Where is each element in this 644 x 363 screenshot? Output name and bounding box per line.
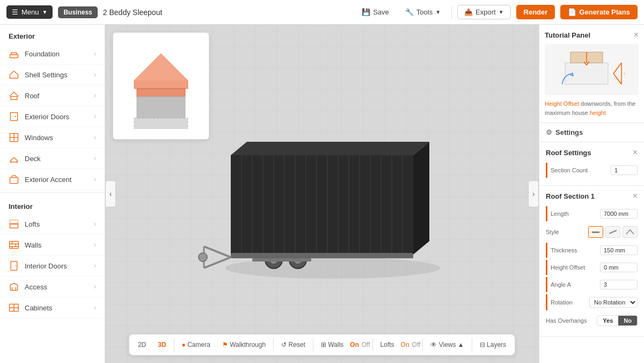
svg-line-35 [204,246,231,257]
render-button[interactable]: Render [516,5,555,19]
roof-section-1-panel: Roof Section 1 × Length Style [539,186,644,337]
svg-marker-30 [137,89,185,97]
sidebar-item-label-foundation: Foundation [25,50,60,58]
views-button[interactable]: 👁 Views ▲ [425,338,469,351]
section-count-input[interactable] [611,165,638,175]
angle-a-input[interactable] [600,280,638,289]
style-label: Style [546,229,559,235]
svg-rect-31 [137,97,185,121]
sidebar-item-shell-settings[interactable]: Shell Settings › [0,64,105,85]
roof-settings-close-button[interactable]: × [633,148,638,157]
roof-settings-title: Roof Settings [546,149,591,157]
walls-on-label: On [350,341,359,349]
tutorial-panel-title: Tutorial Panel [545,31,590,39]
sidebar-item-exterior-doors[interactable]: Exterior Doors › [0,106,105,127]
thickness-input[interactable] [600,245,638,255]
roof-section-close-button[interactable]: × [633,191,638,201]
height-offset-input[interactable] [600,263,638,272]
save-button[interactable]: 💾 Save [356,5,394,19]
sidebar-item-lofts[interactable]: Lofts › [0,214,105,235]
nav-arrow-right[interactable]: › [528,180,539,207]
height-offset-row: Height Offset [546,260,638,275]
views-chevron-icon: ▲ [458,341,464,349]
walls-button[interactable]: ⊞ Walls [316,338,349,351]
main-area: Exterior Foundation › Shell Settings › [0,25,644,363]
sidebar-item-walls[interactable]: Walls › [0,235,105,256]
btn-3d[interactable]: 3D [152,338,171,351]
generate-plans-button[interactable]: 📄 Generate Plans [560,5,638,19]
svg-point-22 [16,265,17,266]
business-badge: Business [58,6,97,18]
svg-rect-12 [10,224,18,228]
overhangs-no-button[interactable]: No [618,316,637,325]
menu-chevron-icon: ▼ [42,9,48,15]
foundation-icon [9,48,19,59]
style-buttons [588,226,638,238]
height-offset-label: Height Offset [551,264,585,271]
sidebar-item-interior-doors[interactable]: Interior Doors › [0,256,105,277]
reset-button[interactable]: ↺ Reset [276,338,311,351]
chevron-right-icon: › [94,304,96,311]
sidebar-item-foundation[interactable]: Foundation › [0,43,105,64]
chevron-right-icon: › [94,92,96,99]
style-btn-mono[interactable] [605,226,620,238]
canvas-area[interactable]: ‹ › [105,25,539,363]
angle-a-row: Angle A [546,277,638,292]
sidebar-item-roof[interactable]: Roof › [0,85,105,106]
style-btn-flat[interactable] [588,226,603,238]
btn-2d[interactable]: 2D [133,338,151,351]
tools-button[interactable]: 🔧 Tools ▼ [400,5,446,19]
walls-label: Walls [328,341,343,349]
views-label: Views [439,341,456,349]
chevron-right-icon: › [94,134,96,141]
sidebar-item-label-roof: Roof [25,92,39,100]
reset-icon: ↺ [281,341,287,349]
chevron-right-icon: › [94,262,96,270]
chevron-right-icon: › [94,241,96,249]
overhangs-yes-button[interactable]: Yes [597,316,618,325]
bottom-toolbar: 2D 3D ● Camera ⚑ Walkthrough ↺ Reset ⊞ W… [129,334,515,355]
tutorial-close-button[interactable]: × [634,30,639,40]
chevron-right-icon: › [94,283,96,291]
walkthrough-button[interactable]: ⚑ Walkthrough [217,338,271,351]
tutorial-text: Height Offset downwords, from the maximu… [545,99,639,117]
sidebar-item-windows[interactable]: Windows › [0,127,105,148]
camera-button[interactable]: ● Camera [177,338,216,351]
sidebar-item-label-cabinets: Cabinets [25,304,52,312]
walls-icon: ⊞ [321,341,326,349]
tools-chevron-icon: ▼ [435,9,441,15]
gear-icon: ⚙ [546,128,552,136]
menu-button[interactable]: ☰ Menu ▼ [6,5,53,19]
style-btn-gable[interactable] [623,226,638,238]
svg-rect-1 [11,53,17,54]
overhangs-toggle: Yes No [597,315,638,326]
sidebar-item-label-access: Access [25,283,47,291]
sidebar-item-cabinets[interactable]: Cabinets › [0,297,105,318]
sidebar-item-label-deck: Deck [25,155,41,163]
export-chevron-icon: ▼ [499,9,504,15]
thickness-row: Thickness [546,243,638,258]
roof-settings-panel: Roof Settings × Section Count [539,142,644,186]
length-label: Length [551,210,569,217]
sidebar-item-exterior-accent[interactable]: Exterior Accent › [0,169,105,190]
chevron-right-icon: › [94,155,96,162]
interior-section-title: Interior [0,195,105,214]
sidebar-item-access[interactable]: Access › [0,277,105,297]
roof-icon [9,90,19,101]
rotation-select[interactable]: No Rotation 90° 180° 270° [589,297,638,308]
tutorial-highlight-1: Height Offset [545,100,579,107]
svg-marker-61 [413,142,429,255]
walkthrough-indicator: ⚑ [222,341,228,349]
layers-button[interactable]: ⊟ Layers [474,338,511,351]
svg-point-4 [15,116,16,117]
length-input[interactable] [600,209,638,219]
lofts-button[interactable]: Lofts [375,338,400,351]
export-button[interactable]: 📤 Export ▼ [457,5,510,19]
sidebar-item-deck[interactable]: Deck › [0,148,105,169]
export-label: Export [475,8,496,16]
section-count-label: Section Count [551,167,588,173]
render-label: Render [524,8,548,16]
svg-rect-11 [10,178,18,184]
nav-arrow-left[interactable]: ‹ [105,180,116,207]
right-panel: Tutorial Panel × ↑ [539,25,644,363]
